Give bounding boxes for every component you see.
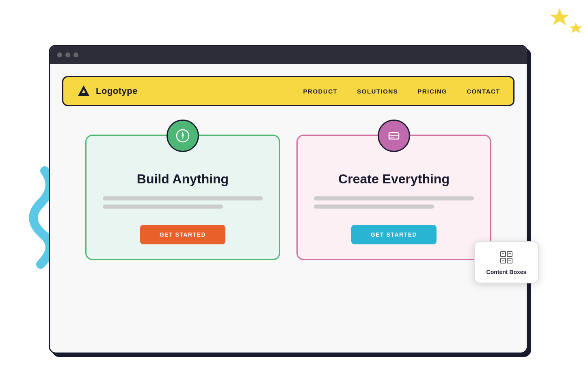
svg-marker-0 [550,8,569,25]
browser-dot-1 [57,52,62,57]
card-line-1 [103,196,263,200]
content-boxes-badge: Content Boxes [474,241,539,283]
svg-rect-14 [507,252,512,257]
compass-icon [175,128,190,144]
logo-icon [76,84,91,98]
browser-chrome [50,46,527,64]
cards-container: Build Anything GET STARTED [62,126,514,260]
card-create-lines [314,196,474,209]
svg-point-8 [182,135,184,137]
card-build-lines [103,196,263,209]
nav-product[interactable]: PRODUCT [303,88,338,95]
card-create: Create Everything GET STARTED [296,135,491,260]
card-build-cta-button[interactable]: GET STARTED [140,225,225,244]
nav-pricing[interactable]: PRICING [417,88,447,95]
svg-marker-1 [569,22,582,33]
card-build: Build Anything GET STARTED [85,135,280,260]
content-boxes-label: Content Boxes [486,269,527,275]
svg-rect-16 [507,258,512,263]
browser-content: Logotype PRODUCT SOLUTIONS PRICING CONTA… [50,64,527,353]
logo-area: Logotype [76,84,138,98]
card-build-title: Build Anything [137,172,229,187]
svg-rect-13 [501,252,506,257]
browser-dot-3 [74,52,78,57]
browser-window: Logotype PRODUCT SOLUTIONS PRICING CONTA… [49,45,528,354]
card-build-icon-circle [166,120,199,152]
browser-dot-2 [65,52,70,57]
card-create-icon-circle [378,120,410,152]
card-create-title: Create Everything [338,172,450,187]
storage-icon [386,128,402,144]
navbar: Logotype PRODUCT SOLUTIONS PRICING CONTA… [62,76,514,106]
logo-text: Logotype [96,86,138,96]
nav-solutions[interactable]: SOLUTIONS [357,88,398,95]
card-line-4 [314,205,434,209]
nav-contact[interactable]: CONTACT [467,88,500,95]
nav-links: PRODUCT SOLUTIONS PRICING CONTACT [303,88,500,95]
card-line-2 [103,205,223,209]
content-boxes-icon [498,249,514,266]
svg-point-12 [393,137,394,138]
card-create-cta-button[interactable]: GET STARTED [351,225,437,244]
svg-point-11 [391,137,392,138]
card-line-3 [314,196,474,200]
svg-rect-15 [501,258,506,263]
